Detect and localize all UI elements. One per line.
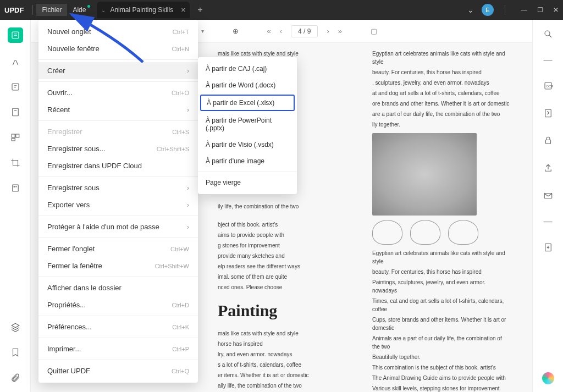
menu-close-tab[interactable]: Fermer l'ongletCtrl+W bbox=[38, 240, 198, 257]
first-page-icon[interactable]: « bbox=[267, 27, 271, 35]
search-icon[interactable] bbox=[542, 27, 555, 41]
user-avatar[interactable]: E bbox=[482, 4, 494, 16]
close-window-icon[interactable]: ✕ bbox=[553, 6, 559, 14]
menu-new-window[interactable]: Nouvelle fenêtreCtrl+N bbox=[38, 40, 198, 57]
form-icon[interactable] bbox=[9, 181, 22, 195]
menu-help[interactable]: Aide bbox=[67, 4, 91, 16]
page-indicator[interactable]: 4 / 9 bbox=[291, 25, 318, 37]
menu-recent[interactable]: Récent› bbox=[38, 101, 198, 118]
tab-title: Animal Painting Skills bbox=[110, 6, 173, 14]
doc-text: mals like cats with style and style bbox=[218, 49, 356, 58]
doc-text: beauty. For centuries, this horse has in… bbox=[372, 68, 510, 76]
separator bbox=[38, 81, 198, 82]
zoom-in-icon[interactable]: ⊕ bbox=[233, 27, 239, 35]
minimize-icon[interactable]: ― bbox=[521, 6, 527, 14]
presentation-icon[interactable]: ▢ bbox=[371, 27, 377, 35]
label: Nouvelle fenêtre bbox=[47, 45, 100, 53]
last-page-icon[interactable]: » bbox=[338, 27, 342, 35]
menu-new-tab[interactable]: Nouvel ongletCtrl+T bbox=[38, 23, 198, 40]
doc-text: imal. some of them are quite bbox=[218, 273, 356, 281]
separator bbox=[38, 216, 198, 216]
doc-text: beauty. For centuries, this horse has in… bbox=[372, 268, 510, 276]
svg-rect-8 bbox=[12, 185, 18, 191]
share-icon[interactable] bbox=[542, 162, 555, 175]
compress-icon[interactable] bbox=[542, 107, 555, 120]
svg-rect-7 bbox=[12, 139, 15, 141]
label: Nouvel onglet bbox=[47, 27, 91, 36]
prev-page-icon[interactable]: ‹ bbox=[280, 27, 282, 35]
email-icon[interactable] bbox=[542, 189, 555, 202]
submenu-from-image[interactable]: À partir d'une image bbox=[198, 153, 297, 169]
submenu-from-excel[interactable]: À partir de Excel (.xlsx) bbox=[200, 95, 295, 111]
chevron-right-icon: › bbox=[187, 184, 189, 192]
menu-save-as[interactable]: Enregistrer sous...Ctrl+Shift+S bbox=[38, 140, 198, 157]
separator bbox=[198, 172, 297, 172]
label: Créer bbox=[47, 67, 65, 75]
attachment-icon[interactable] bbox=[9, 371, 22, 384]
menu-file[interactable]: Fichier bbox=[36, 4, 67, 16]
submenu-from-visio[interactable]: À partir de Visio (.vsdx) bbox=[198, 136, 297, 153]
label: Quitter UPDF bbox=[47, 367, 90, 375]
chevron-down-icon[interactable]: ▾ bbox=[201, 28, 204, 34]
layers-icon[interactable] bbox=[9, 321, 22, 334]
highlight-icon[interactable] bbox=[9, 55, 22, 68]
menu-save-as-sub[interactable]: Enregistrer sous› bbox=[38, 179, 198, 196]
ocr-icon[interactable]: OCR bbox=[542, 79, 555, 92]
doc-text: horse has inspired bbox=[218, 340, 356, 348]
menu-create[interactable]: Créer› bbox=[38, 62, 198, 79]
export-icon[interactable] bbox=[542, 241, 555, 254]
ai-assistant-icon[interactable] bbox=[542, 372, 554, 384]
menu-open[interactable]: Ouvrir...Ctrl+O bbox=[38, 84, 198, 101]
crop-icon[interactable] bbox=[9, 156, 22, 169]
titlebar-right: ⌄ E ― ☐ ✕ bbox=[467, 4, 559, 16]
reader-mode-icon[interactable] bbox=[8, 27, 23, 43]
submenu-from-word[interactable]: À partir de Word (.docx) bbox=[198, 77, 297, 93]
file-menu-dropdown: Nouvel ongletCtrl+T Nouvelle fenêtreCtrl… bbox=[38, 20, 198, 383]
document-tab[interactable]: ⌄ Animal Painting Skills × bbox=[97, 2, 190, 18]
minus-icon[interactable]: — bbox=[544, 217, 553, 227]
title-bar: UPDF Fichier Aide ⌄ Animal Painting Skil… bbox=[0, 0, 563, 20]
menu-help-label: Aide bbox=[73, 6, 86, 14]
shortcut: Ctrl+W bbox=[170, 246, 189, 252]
chevron-down-icon[interactable]: ⌄ bbox=[467, 5, 474, 14]
menu-show-in-folder[interactable]: Afficher dans le dossier bbox=[38, 279, 198, 296]
menu-print[interactable]: Imprimer...Ctrl+P bbox=[38, 340, 198, 357]
menu-export-to[interactable]: Exporter vers› bbox=[38, 196, 198, 213]
next-page-icon[interactable]: › bbox=[327, 27, 329, 35]
doc-text: g stones for improvement bbox=[218, 241, 356, 250]
protect-icon[interactable] bbox=[542, 134, 555, 147]
submenu-from-powerpoint[interactable]: À partir de PowerPoint (.pptx) bbox=[198, 112, 297, 136]
label: Imprimer... bbox=[47, 345, 81, 353]
submenu-from-caj[interactable]: À partir de CAJ (.caj) bbox=[198, 60, 297, 77]
chevron-right-icon: › bbox=[187, 201, 189, 209]
submenu-blank-page[interactable]: Page vierge bbox=[198, 174, 297, 191]
menu-quit[interactable]: Quitter UPDFCtrl+Q bbox=[38, 362, 198, 379]
edit-text-icon[interactable] bbox=[9, 80, 22, 93]
doc-text: lly together. bbox=[372, 120, 510, 129]
shortcut: Ctrl+T bbox=[173, 29, 189, 35]
menu-preferences[interactable]: Préférences...Ctrl+K bbox=[38, 318, 198, 335]
close-tab-icon[interactable]: × bbox=[181, 5, 185, 14]
new-tab-button[interactable]: + bbox=[197, 5, 202, 15]
menu-protect[interactable]: Protéger à l'aide d'un mot de passe› bbox=[38, 218, 198, 235]
minus-icon[interactable]: — bbox=[544, 55, 553, 65]
bookmark-icon[interactable] bbox=[9, 346, 22, 359]
svg-point-9 bbox=[14, 186, 15, 187]
label: Préférences... bbox=[47, 323, 92, 331]
menu-properties[interactable]: Propriétés...Ctrl+D bbox=[38, 296, 198, 313]
right-sidebar: — OCR — bbox=[532, 20, 563, 392]
svg-rect-4 bbox=[12, 108, 18, 116]
doc-text: elp readers see the different ways bbox=[218, 262, 356, 270]
separator bbox=[38, 238, 198, 238]
menu-close-window[interactable]: Fermer la fenêtreCtrl+Shift+W bbox=[38, 257, 198, 274]
doc-text: Cups, store brands and other items. Whet… bbox=[372, 316, 510, 332]
organize-icon[interactable] bbox=[9, 131, 22, 144]
caret-down-icon[interactable]: ⌄ bbox=[101, 7, 106, 13]
svg-line-12 bbox=[549, 35, 551, 37]
maximize-icon[interactable]: ☐ bbox=[537, 6, 543, 14]
doc-heading: Painting bbox=[218, 298, 356, 323]
menu-save-cloud[interactable]: Enregistrer dans UPDF Cloud bbox=[38, 157, 198, 174]
edit-page-icon[interactable] bbox=[9, 106, 22, 119]
divider bbox=[32, 5, 33, 15]
page-total: 9 bbox=[307, 27, 311, 35]
